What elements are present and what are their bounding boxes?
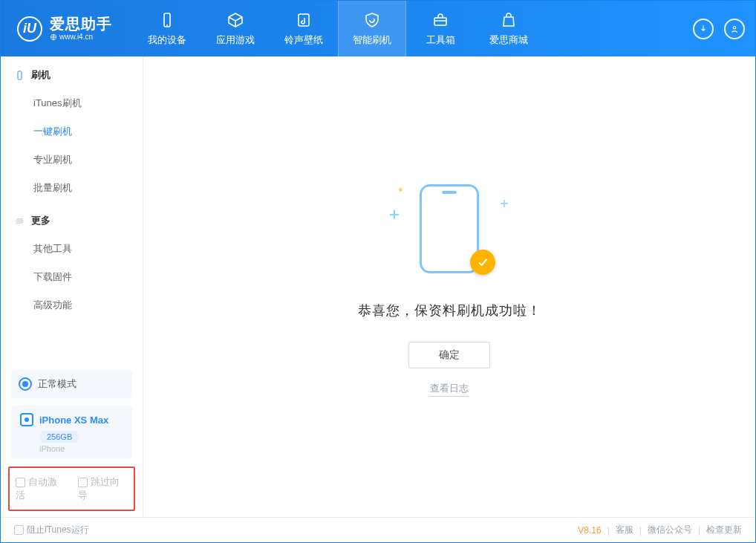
toolbox-icon — [431, 10, 450, 30]
sidebar-group-flash: 刷机 — [1, 56, 143, 89]
header-bar: iU 爱思助手 www.i4.cn 我的设备 应用游戏 铃声壁纸 智能刷机 — [1, 1, 755, 56]
mode-card[interactable]: 正常模式 — [11, 370, 132, 398]
mode-label: 正常模式 — [38, 377, 76, 391]
sidebar: 刷机 iTunes刷机 一键刷机 专业刷机 批量刷机 更多 其他工具 下载固件 … — [1, 56, 143, 517]
device-name: iPhone XS Max — [39, 414, 108, 426]
header-actions — [693, 1, 755, 56]
nav-store[interactable]: 爱思商城 — [475, 1, 543, 56]
checkbox-label: 阻止iTunes运行 — [27, 524, 89, 535]
success-illustration — [390, 177, 509, 281]
check-badge-icon — [470, 250, 495, 275]
nav-toolbox[interactable]: 工具箱 — [406, 1, 475, 56]
footer-link-update[interactable]: 检查更新 — [706, 524, 742, 536]
cube-icon — [226, 10, 245, 30]
nav-smart-flash[interactable]: 智能刷机 — [338, 1, 406, 56]
sparkle-icon — [501, 200, 508, 207]
nav-label: 智能刷机 — [353, 33, 391, 47]
view-logs-link[interactable]: 查看日志 — [430, 382, 469, 397]
svg-rect-12 — [434, 18, 446, 25]
sidebar-item-pro-flash[interactable]: 专业刷机 — [1, 146, 143, 174]
svg-rect-14 — [18, 71, 22, 79]
logo[interactable]: iU 爱思助手 www.i4.cn — [1, 1, 126, 56]
sidebar-group-more: 更多 — [1, 202, 143, 235]
bag-icon — [499, 10, 518, 30]
device-card[interactable]: iPhone XS Max 256GB iPhone — [11, 406, 132, 459]
nav-label: 工具箱 — [426, 33, 455, 47]
download-button[interactable] — [693, 19, 714, 39]
nav-label: 爱思商城 — [489, 33, 528, 47]
top-nav: 我的设备 应用游戏 铃声壁纸 智能刷机 工具箱 爱思商城 — [133, 1, 543, 56]
sidebar-group-label: 更多 — [31, 214, 50, 227]
music-icon — [294, 10, 313, 30]
main-content: 恭喜您，保资料刷机成功啦！ 确定 查看日志 — [143, 56, 755, 517]
sidebar-item-oneclick-flash[interactable]: 一键刷机 — [1, 117, 143, 146]
footer-link-wechat[interactable]: 微信公众号 — [648, 524, 692, 536]
nav-label: 应用游戏 — [216, 33, 255, 47]
sidebar-item-batch-flash[interactable]: 批量刷机 — [1, 174, 143, 202]
sidebar-item-itunes-flash[interactable]: iTunes刷机 — [1, 89, 143, 117]
nav-label: 我的设备 — [148, 33, 186, 47]
user-button[interactable] — [724, 19, 745, 39]
app-window: iU 爱思助手 www.i4.cn 我的设备 应用游戏 铃声壁纸 智能刷机 — [0, 0, 756, 543]
device-storage: 256GB — [39, 431, 79, 443]
success-message: 恭喜您，保资料刷机成功啦！ — [358, 302, 541, 319]
nav-my-device[interactable]: 我的设备 — [133, 1, 201, 56]
mode-icon — [19, 377, 32, 391]
app-title: 爱思助手 — [50, 16, 112, 33]
checkbox-skip-guide[interactable]: 跳过向导 — [78, 475, 128, 502]
sidebar-item-other-tools[interactable]: 其他工具 — [1, 235, 143, 263]
dot-decor — [399, 188, 403, 192]
version-label: V8.16 — [578, 525, 601, 536]
flash-options-highlighted: 自动激活 跳过向导 — [8, 466, 135, 511]
nav-apps-games[interactable]: 应用游戏 — [201, 1, 270, 56]
sparkle-icon — [390, 210, 399, 219]
footer-link-service[interactable]: 客服 — [616, 524, 633, 536]
nav-label: 铃声壁纸 — [284, 33, 323, 47]
app-site: www.i4.cn — [50, 33, 112, 42]
device-icon — [157, 10, 177, 30]
sidebar-item-advanced[interactable]: 高级功能 — [1, 291, 143, 319]
nav-ringtones-wallpapers[interactable]: 铃声壁纸 — [270, 1, 338, 56]
body: 刷机 iTunes刷机 一键刷机 专业刷机 批量刷机 更多 其他工具 下载固件 … — [1, 56, 755, 517]
checkbox-block-itunes[interactable]: 阻止iTunes运行 — [14, 524, 89, 536]
sidebar-item-download-firmware[interactable]: 下载固件 — [1, 263, 143, 291]
device-phone-icon — [20, 413, 33, 426]
logo-icon: iU — [17, 16, 42, 42]
svg-point-13 — [733, 26, 736, 29]
ok-button[interactable]: 确定 — [408, 342, 490, 368]
refresh-shield-icon — [362, 10, 382, 30]
status-bar: 阻止iTunes运行 V8.16 | 客服 | 微信公众号 | 检查更新 — [1, 517, 755, 542]
checkbox-auto-activate[interactable]: 自动激活 — [16, 475, 66, 502]
sidebar-group-label: 刷机 — [31, 68, 50, 82]
device-type: iPhone — [39, 444, 123, 453]
